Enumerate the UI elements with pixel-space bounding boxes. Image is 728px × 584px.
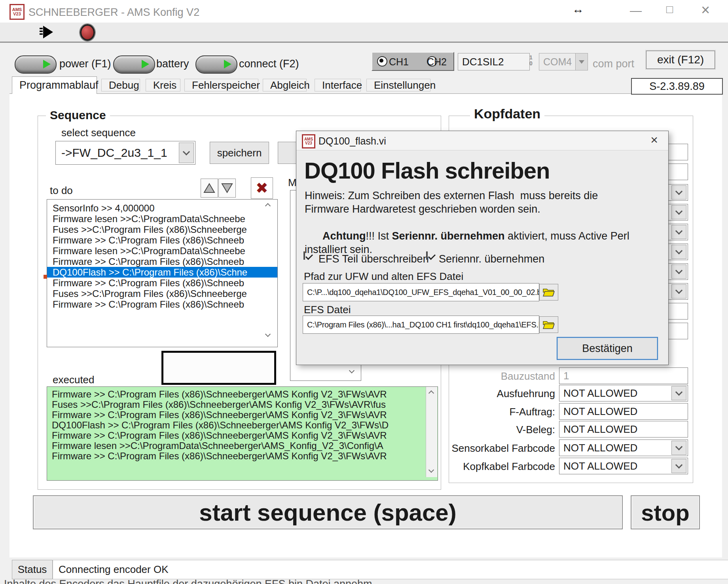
executed-item[interactable]: Firmware >> C:\Program Files (x86)\Schne… (47, 410, 438, 420)
tab-debug[interactable]: Debug (101, 79, 140, 91)
abort-icon[interactable] (80, 24, 95, 41)
sequence-select-dropdown-icon[interactable] (179, 143, 194, 163)
kopfdaten-row-field[interactable]: 1 (559, 367, 688, 384)
executed-item[interactable]: Firmware >> C:\Program Files (x86)\Schne… (47, 430, 438, 441)
todo-item[interactable]: Firmware >> C:\Program Files (x86)\Schne… (47, 278, 277, 288)
dropdown-icon[interactable] (671, 459, 686, 473)
sequence-select[interactable]: ->FW_DC_2u3_1_1 (55, 141, 195, 165)
io-icon: 1 0 (529, 55, 533, 67)
executed-list[interactable]: Firmware >> C:\Program Files (x86)\Schne… (47, 386, 438, 481)
connect-toggle[interactable] (195, 55, 237, 74)
select-sequence-label: select sequence (61, 127, 136, 139)
start-sequence-button[interactable]: start sequence (space) (33, 495, 623, 529)
kopfdaten-row-label: Ausfuehrung (413, 388, 555, 400)
com-port-select[interactable]: COM4 (539, 53, 588, 70)
efs-browse-button[interactable] (539, 316, 558, 333)
tab-abgleich[interactable]: Abgleich (263, 79, 307, 91)
app-icon: AMS V23 (9, 4, 25, 20)
kopfdaten-row-field[interactable]: NOT ALLOWED (559, 439, 688, 456)
kopfdaten-row-field[interactable]: NOT ALLOWED (559, 385, 688, 401)
toolbar (0, 23, 728, 43)
exit-button[interactable]: exit (F12) (646, 51, 715, 69)
progress-indicator-box (161, 351, 276, 385)
run-icon[interactable] (39, 25, 55, 40)
battery-toggle[interactable] (113, 55, 155, 74)
save-sequence-button[interactable]: speichern (210, 142, 269, 164)
dialog-heading: DQ100 Flash schreiben (304, 157, 550, 184)
minimize-icon[interactable]: — (630, 5, 642, 17)
dropdown-icon[interactable] (671, 441, 686, 455)
dropdown-icon[interactable] (671, 264, 686, 279)
executed-item[interactable]: Firmware lesen >>C:\ProgramData\Schneebe… (47, 441, 438, 451)
maximize-icon[interactable]: □ (666, 4, 673, 15)
tab-programmablauf[interactable]: Programmablauf (12, 76, 97, 94)
todo-item[interactable]: Firmware lesen >>C:\ProgramData\Schneebe (47, 245, 277, 256)
serial-adopt-checkbox-label: Seriennr. übernehmen (439, 253, 544, 265)
device-name-field[interactable]: DC1SIL2 (458, 53, 530, 70)
dropdown-icon[interactable] (671, 245, 686, 259)
dropdown-icon[interactable] (671, 185, 686, 200)
dropdown-icon[interactable] (671, 205, 686, 219)
kopfdaten-row-value: NOT ALLOWED (559, 423, 637, 436)
kopfdaten-row-value: NOT ALLOWED (559, 405, 637, 418)
ufw-path-field[interactable]: C:\P...\dq100_dqeha1\DQ100_UFW_EFS_dqeha… (303, 283, 539, 301)
todo-item[interactable]: Firmware >> C:\Program Files (x86)\Schne… (47, 256, 277, 267)
efs-path-field[interactable]: C:\Program Files (x86)\...ha1_DQ100 CH1 … (303, 316, 539, 334)
sequence-group-title: Sequence (46, 108, 110, 122)
stop-button[interactable]: stop (631, 495, 700, 529)
todo-item[interactable]: Firmware >> C:\Program Files (x86)\Schne… (47, 235, 277, 245)
com-port-value: COM4 (539, 56, 572, 68)
tab-interface[interactable]: Interface (315, 79, 361, 91)
todo-item[interactable]: Firmware >> C:\Program Files (x86)\Schne… (47, 299, 277, 310)
executed-item[interactable]: Fuses >>C:\Program Files (x86)\Schneeber… (47, 399, 438, 410)
dialog-title: DQ100_flash.vi (318, 135, 386, 147)
todo-scroll-up-icon[interactable] (264, 202, 271, 207)
dropdown-icon[interactable] (671, 284, 686, 299)
dropdown-icon[interactable] (671, 386, 686, 400)
delete-step-button[interactable]: ✖ (251, 177, 273, 199)
efs-overwrite-checkbox[interactable] (303, 251, 305, 260)
com-port-dropdown-icon[interactable] (575, 53, 588, 70)
todo-item[interactable]: Fuses >>C:\Program Files (x86)\Schneeber… (47, 224, 277, 235)
serial-adopt-checkbox[interactable] (426, 251, 428, 260)
tab-fehlerspeicher[interactable]: Fehlerspeicher (184, 79, 258, 91)
tab-einstellungen[interactable]: Einstellungen (366, 79, 430, 91)
title-bar: AMS V23 SCHNEEBERGER - AMS Konfig V2 ↔ —… (0, 0, 728, 23)
power-toggle[interactable] (15, 55, 57, 74)
current-step-marker (44, 275, 47, 279)
dialog-hint-text: Hinweis: Zum Schreiben des externen Flas… (305, 189, 645, 216)
executed-item[interactable]: DQ100Flash >> C:\Program Files (x86)\Sch… (47, 420, 438, 430)
todo-scroll-down-icon[interactable] (264, 332, 271, 337)
dq100-flash-dialog: AMS V23 DQ100_flash.vi × DQ100 Flash sch… (296, 131, 669, 365)
executed-item[interactable]: Firmware >> C:\Program Files (x86)\Schne… (47, 451, 438, 461)
move-down-button[interactable] (218, 179, 236, 198)
tab-kreis[interactable]: Kreis (146, 79, 180, 91)
io-icon-top: 1 (529, 55, 533, 61)
ch1-radio[interactable] (377, 56, 387, 67)
ufw-browse-button[interactable] (539, 284, 558, 301)
dropdown-icon[interactable] (671, 225, 686, 239)
dialog-close-icon[interactable]: × (650, 133, 658, 146)
move-up-button[interactable] (201, 179, 218, 198)
kopfdaten-row-field[interactable]: NOT ALLOWED (559, 421, 688, 438)
confirm-button[interactable]: Bestätigen (557, 337, 658, 360)
todo-item[interactable]: DQ100Flash >> C:\Program Files (x86)\Sch… (47, 267, 277, 278)
channel-radio-panel: CH1 CH2 (372, 52, 454, 71)
todo-item[interactable]: SensorInfo >> 4,000000 (47, 203, 277, 213)
kopfdaten-row-label: V-Beleg: (413, 424, 555, 436)
executed-item[interactable]: Firmware >> C:\Program Files (x86)\Schne… (47, 389, 438, 399)
kopfdaten-row-field[interactable]: NOT ALLOWED (559, 458, 688, 474)
todo-item[interactable]: Fuses >>C:\Program Files (x86)\Schneeber… (47, 288, 277, 299)
com-port-label: com port (593, 58, 634, 70)
kopfdaten-row-field[interactable]: NOT ALLOWED (559, 403, 688, 420)
dialog-icon: AMS V23 (302, 134, 315, 148)
close-icon[interactable]: × (701, 2, 710, 17)
todo-list[interactable]: SensorInfo >> 4,000000Firmware lesen >>C… (47, 199, 278, 347)
status-label: Status (12, 560, 53, 579)
todo-item[interactable]: Firmware lesen >>C:\ProgramData\Schneebe (47, 213, 277, 224)
io-icon-bottom: 0 (529, 61, 533, 67)
resize-cursor-icon: ↔ (572, 3, 584, 15)
hidden-list-scroll-down-icon[interactable] (348, 368, 355, 374)
folder-open-icon (542, 320, 555, 329)
version-field: S-2.3.89.89 (631, 78, 723, 95)
